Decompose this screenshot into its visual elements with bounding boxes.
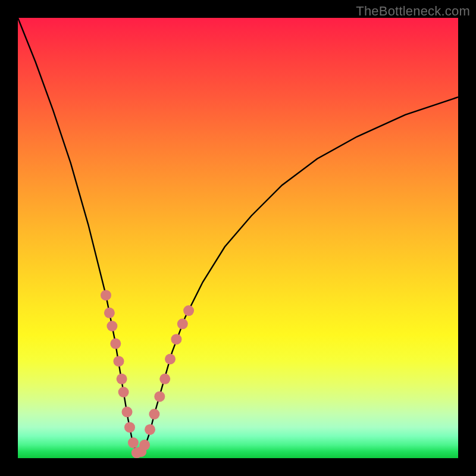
data-dot [171,334,181,345]
data-dot [165,354,176,365]
data-dot [154,391,165,402]
chart-svg [18,18,458,458]
data-dot [128,437,139,448]
data-dot [118,387,129,397]
data-dot [104,308,115,318]
plot-area [18,18,458,458]
data-dot [149,409,159,419]
data-dot [110,339,121,349]
data-dot [139,440,150,450]
data-dot [145,424,155,435]
data-dot [159,374,170,384]
data-dot [114,356,124,367]
watermark-text: TheBottleneck.com [356,4,470,19]
dots-left-arm [101,290,142,458]
data-dot [101,290,111,300]
bottleneck-curve [18,18,458,454]
data-dot [124,422,135,433]
data-dot [177,318,188,329]
dots-right-arm [136,305,194,457]
data-dot [183,305,194,316]
data-dot [107,321,117,331]
data-dot [117,374,127,384]
page-frame: TheBottleneck.com [0,0,476,476]
data-dot [122,406,133,417]
